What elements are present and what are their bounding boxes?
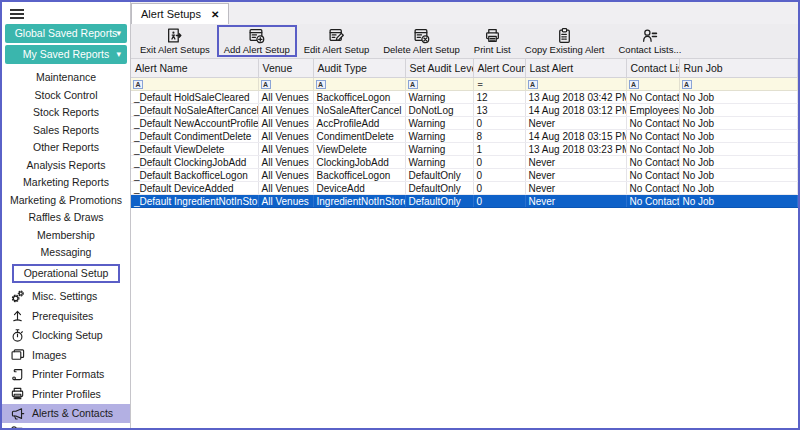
table-row[interactable]: _Default NoSaleAfterCancelAll VenuesNoSa… bbox=[131, 104, 798, 117]
table-cell: No Job bbox=[679, 169, 798, 182]
toolbar-button-label: Print List bbox=[474, 44, 511, 55]
column-header-label: Last Alert bbox=[530, 62, 574, 74]
sidebar-item-messaging[interactable]: Messaging bbox=[2, 244, 130, 262]
table-cell: No Contact bbox=[626, 169, 679, 182]
table-row[interactable]: _Default IngredientNotInStoreAll VenuesI… bbox=[131, 195, 798, 208]
printer-icon bbox=[9, 386, 25, 402]
sidebar-item-misc-settings[interactable]: Misc. Settings bbox=[2, 287, 130, 307]
table-row[interactable]: _Default ClockingJobAddAll VenuesClockin… bbox=[131, 156, 798, 169]
sidebar-item-raffles-draws[interactable]: Raffles & Draws bbox=[2, 209, 130, 227]
text-filter-icon[interactable]: A bbox=[133, 80, 143, 89]
exit-icon bbox=[166, 27, 183, 44]
column-header-audit-type[interactable]: Audit Type bbox=[313, 59, 405, 78]
table-cell: No Contact bbox=[626, 91, 679, 104]
button-global-saved-reports[interactable]: Global Saved Reports▾ bbox=[5, 24, 127, 43]
alerts-table: Alert NameVenueAudit TypeSet Audit Level… bbox=[131, 58, 798, 208]
clipboard-icon bbox=[556, 27, 573, 44]
text-filter-icon[interactable]: A bbox=[528, 80, 538, 89]
column-header-last-alert[interactable]: Last Alert bbox=[525, 59, 626, 78]
printer-icon bbox=[484, 27, 501, 44]
sidebar-item-clocking-setup[interactable]: Clocking Setup bbox=[2, 326, 130, 346]
sidebar-item-marketing-promotions[interactable]: Marketing & Promotions bbox=[2, 192, 130, 210]
table-row[interactable]: _Default ViewDeleteAll VenuesViewDeleteW… bbox=[131, 143, 798, 156]
sidebar-item-other-reports[interactable]: Other Reports bbox=[2, 139, 130, 157]
table-cell: No Contact bbox=[626, 156, 679, 169]
sidebar-item-analysis-reports[interactable]: Analysis Reports bbox=[2, 157, 130, 175]
column-header-label: Set Audit Level bbox=[410, 62, 474, 74]
saved-reports-buttons: Global Saved Reports▾My Saved Reports▾ bbox=[2, 23, 130, 66]
text-filter-icon[interactable]: A bbox=[629, 80, 639, 89]
sidebar-item-printer-formats[interactable]: Printer Formats bbox=[2, 365, 130, 385]
hamburger-menu-icon[interactable] bbox=[10, 7, 24, 21]
table-cell: _Default DeviceAdded bbox=[131, 182, 258, 195]
table-cell: 8 bbox=[473, 130, 525, 143]
table-cell: _Default HoldSaleCleared bbox=[131, 91, 258, 104]
table-cell: _Default IngredientNotInStore bbox=[131, 195, 258, 208]
text-filter-icon[interactable]: A bbox=[261, 80, 271, 89]
table-row[interactable]: _Default DeviceAddedAll VenuesDeviceAddD… bbox=[131, 182, 798, 195]
column-header-label: Alert Name bbox=[135, 62, 188, 74]
sidebar-item-weekly-schedule[interactable]: Weekly Schedule bbox=[2, 423, 130, 428]
sidebar-item-printer-profiles[interactable]: Printer Profiles bbox=[2, 384, 130, 404]
table-cell: No Job bbox=[679, 91, 798, 104]
contact-lists-button[interactable]: Contact Lists... bbox=[612, 25, 689, 57]
copy-existing-alert-button[interactable]: Copy Existing Alert bbox=[518, 25, 612, 57]
tab-close-icon[interactable]: ✕ bbox=[211, 9, 219, 20]
contact-list-icon bbox=[641, 27, 658, 44]
table-cell: Never bbox=[525, 169, 626, 182]
table-cell: 0 bbox=[473, 169, 525, 182]
table-cell: 14 Aug 2018 03:15 PM bbox=[525, 130, 626, 143]
column-header-alert-count[interactable]: Alert Count bbox=[473, 59, 525, 78]
add-alert-setup-button[interactable]: Add Alert Setup bbox=[217, 25, 297, 57]
sidebar-item-prerequisites[interactable]: Prerequisites bbox=[2, 306, 130, 326]
sidebar-item-alerts-contacts[interactable]: Alerts & Contacts bbox=[2, 404, 130, 424]
table-cell: Warning bbox=[405, 91, 473, 104]
numeric-filter-icon[interactable]: = bbox=[476, 81, 483, 90]
table-cell: DeviceAdd bbox=[313, 182, 405, 195]
report-categories: MaintenanceStock ControlStock ReportsSal… bbox=[2, 69, 130, 262]
filter-cell: = bbox=[473, 78, 525, 91]
exit-alert-setups-button[interactable]: Exit Alert Setups bbox=[133, 25, 217, 57]
text-filter-icon[interactable]: A bbox=[316, 80, 326, 89]
column-header-run-job[interactable]: Run Job bbox=[679, 59, 798, 78]
column-header-contact-list[interactable]: Contact List bbox=[626, 59, 679, 78]
table-cell: _Default BackofficeLogon bbox=[131, 169, 258, 182]
tab-alert-setups[interactable]: Alert Setups ✕ bbox=[131, 3, 229, 24]
table-row[interactable]: _Default HoldSaleClearedAll VenuesBackof… bbox=[131, 91, 798, 104]
stopwatch-icon bbox=[10, 328, 25, 343]
delete-alert-setup-button[interactable]: Delete Alert Setup bbox=[376, 25, 467, 57]
table-cell: BackofficeLogon bbox=[313, 91, 405, 104]
contact-list-icon bbox=[641, 27, 658, 44]
button-my-saved-reports[interactable]: My Saved Reports▾ bbox=[5, 45, 127, 64]
column-header-set-audit-level[interactable]: Set Audit Level bbox=[405, 59, 473, 78]
table-row[interactable]: _Default CondimentDeleteAll VenuesCondim… bbox=[131, 130, 798, 143]
text-filter-icon[interactable]: A bbox=[682, 80, 692, 89]
sidebar-item-images[interactable]: Images bbox=[2, 345, 130, 365]
sidebar-item-membership[interactable]: Membership bbox=[2, 227, 130, 245]
images-icon bbox=[10, 347, 25, 362]
sidebar-item-label: Images bbox=[32, 349, 66, 361]
table-cell: Warning bbox=[405, 156, 473, 169]
table-cell: Warning bbox=[405, 143, 473, 156]
table-row[interactable]: _Default BackofficeLogonAll VenuesBackof… bbox=[131, 169, 798, 182]
sidebar-item-operational-setup[interactable]: Operational Setup bbox=[12, 264, 121, 283]
edit-alert-setup-button[interactable]: Edit Alert Setup bbox=[297, 25, 376, 57]
sidebar-item-label: Prerequisites bbox=[32, 310, 93, 322]
table-cell: No Job bbox=[679, 143, 798, 156]
filter-cell: A bbox=[131, 78, 258, 91]
sidebar-item-label: Clocking Setup bbox=[32, 329, 103, 341]
sidebar-item-sales-reports[interactable]: Sales Reports bbox=[2, 122, 130, 140]
sidebar-item-marketing-reports[interactable]: Marketing Reports bbox=[2, 174, 130, 192]
column-header-venue[interactable]: Venue bbox=[258, 59, 313, 78]
sidebar-item-stock-reports[interactable]: Stock Reports bbox=[2, 104, 130, 122]
table-cell: All Venues bbox=[258, 130, 313, 143]
column-header-alert-name[interactable]: Alert Name bbox=[131, 59, 258, 78]
sidebar-item-stock-control[interactable]: Stock Control bbox=[2, 87, 130, 105]
column-header-label: Contact List bbox=[631, 62, 680, 74]
sidebar-item-maintenance[interactable]: Maintenance bbox=[2, 69, 130, 87]
toolbar-button-label: Add Alert Setup bbox=[224, 44, 290, 55]
text-filter-icon[interactable]: A bbox=[408, 80, 418, 89]
table-row[interactable]: _Default NewAccountProfileAll VenuesAccP… bbox=[131, 117, 798, 130]
print-list-button[interactable]: Print List bbox=[467, 25, 518, 57]
table-cell: No Contact bbox=[626, 130, 679, 143]
